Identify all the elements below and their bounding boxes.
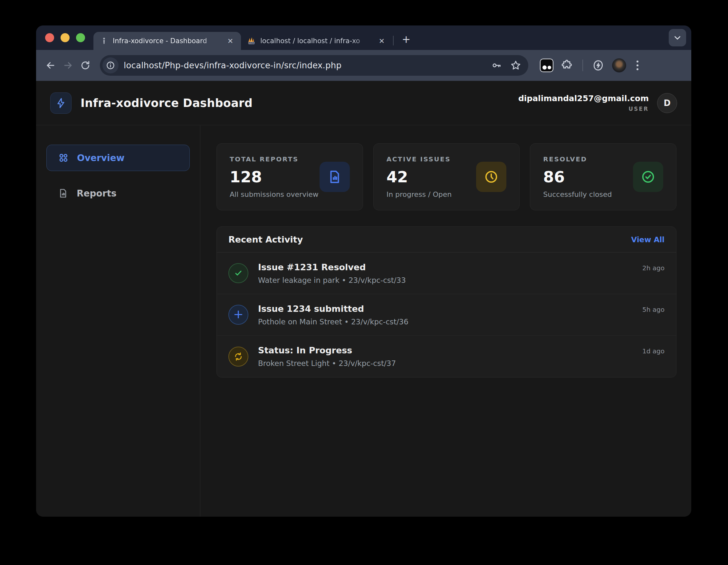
site-info-button[interactable]	[102, 57, 119, 73]
activity-title: Issue #1231 Resolved	[258, 262, 366, 272]
stat-value: 86	[543, 168, 633, 186]
info-favicon-icon	[100, 37, 108, 45]
new-tab-button[interactable]: +	[399, 33, 413, 46]
browser-menu-button[interactable]	[634, 61, 641, 70]
activity-time: 5h ago	[642, 306, 665, 313]
tab-phpmyadmin[interactable]: PMA localhost / localhost / infra-xo ✕	[241, 32, 392, 50]
performance-leaf-icon[interactable]	[592, 59, 604, 72]
tab-strip: Infra-xodivorce - Dashboard ✕ PMA localh…	[36, 25, 691, 50]
activity-row-resolved[interactable]: Issue #1231 Resolved 2h ago Water leakag…	[217, 253, 676, 294]
reload-icon	[80, 60, 91, 71]
activity-title: Status: In Progress	[258, 345, 352, 355]
extensions-puzzle-icon[interactable]	[561, 59, 573, 72]
address-bar[interactable]: localhost/Php-devs/infra-xodivorce-in/sr…	[100, 55, 528, 76]
app-header: Infra-xodivorce Dashboard dipalimandal25…	[36, 81, 691, 125]
tab-close-icon[interactable]: ✕	[377, 36, 387, 46]
user-role-badge: USER	[518, 106, 649, 112]
activity-time: 1d ago	[642, 347, 665, 355]
stat-label: TOTAL REPORTS	[230, 155, 320, 163]
pinned-extension-icon[interactable]	[540, 59, 553, 72]
clock-icon	[476, 162, 506, 192]
stat-subtext: All submissions overview	[230, 190, 320, 198]
page-content: Infra-xodivorce Dashboard dipalimandal25…	[36, 81, 691, 517]
tab-dashboard[interactable]: Infra-xodivorce - Dashboard ✕	[93, 32, 241, 50]
activity-subtext: Pothole on Main Street • 23/v/kpc-cst/36	[258, 318, 665, 326]
sidebar-item-overview[interactable]: Overview	[46, 145, 190, 171]
stat-label: ACTIVE ISSUES	[387, 155, 476, 163]
password-key-icon[interactable]	[491, 60, 502, 71]
sidebar: Overview Reports	[36, 125, 200, 517]
user-email: dipalimandal257@gmail.com	[518, 94, 649, 103]
check-icon	[228, 263, 248, 283]
info-icon	[106, 61, 115, 70]
tab-separator	[393, 36, 394, 45]
report-file-icon	[58, 188, 68, 198]
browser-toolbar: localhost/Php-devs/infra-xodivorce-in/sr…	[36, 50, 691, 81]
tab-title: Infra-xodivorce - Dashboard	[113, 37, 221, 45]
plus-icon: +	[228, 305, 248, 325]
stat-value: 42	[387, 168, 476, 186]
tab-search-button[interactable]	[669, 29, 686, 46]
chevron-down-icon	[673, 34, 682, 42]
stat-cards: TOTAL REPORTS 128 All submissions overvi…	[216, 143, 676, 210]
activity-row-submitted[interactable]: + Issue 1234 submitted 5h ago Pothole on…	[217, 294, 676, 336]
tab-title: localhost / localhost / infra-xo	[260, 37, 372, 45]
bookmark-star-icon[interactable]	[510, 60, 521, 71]
back-arrow-icon	[45, 60, 56, 71]
activity-subtext: Broken Street Light • 23/v/kpc-cst/37	[258, 359, 665, 368]
user-avatar[interactable]: D	[657, 93, 677, 113]
browser-window: Infra-xodivorce - Dashboard ✕ PMA localh…	[36, 25, 691, 517]
window-controls	[45, 33, 85, 42]
app-logo	[50, 92, 72, 114]
panel-title: Recent Activity	[228, 235, 303, 244]
view-all-link[interactable]: View All	[631, 235, 665, 244]
refresh-icon	[228, 347, 248, 367]
grid-icon	[58, 153, 69, 163]
svg-text:PMA: PMA	[249, 42, 254, 44]
check-circle-icon	[633, 162, 663, 192]
forward-button[interactable]	[61, 58, 75, 73]
url-text[interactable]: localhost/Php-devs/infra-xodivorce-in/sr…	[124, 61, 486, 70]
activity-title: Issue 1234 submitted	[258, 304, 364, 314]
file-chart-icon	[320, 162, 350, 192]
activity-subtext: Water leakage in park • 23/v/kpc-cst/33	[258, 276, 665, 284]
stat-value: 128	[230, 168, 320, 186]
stat-label: RESOLVED	[543, 155, 633, 163]
sidebar-item-reports[interactable]: Reports	[46, 180, 190, 206]
stat-card-active-issues: ACTIVE ISSUES 42 In progress / Open	[373, 143, 520, 210]
zoom-window-button[interactable]	[76, 33, 85, 42]
close-window-button[interactable]	[45, 33, 54, 42]
lightning-bolt-icon	[55, 98, 66, 109]
back-button[interactable]	[43, 58, 58, 73]
sidebar-item-label: Reports	[77, 188, 117, 199]
main-content: TOTAL REPORTS 128 All submissions overvi…	[200, 125, 691, 517]
page-title: Infra-xodivorce Dashboard	[81, 97, 253, 110]
forward-arrow-icon	[62, 60, 73, 71]
stat-subtext: In progress / Open	[387, 190, 476, 198]
phpmyadmin-favicon-icon: PMA	[247, 37, 256, 45]
activity-row-in-progress[interactable]: Status: In Progress 1d ago Broken Street…	[217, 336, 676, 377]
minimize-window-button[interactable]	[61, 33, 70, 42]
user-meta: dipalimandal257@gmail.com USER	[518, 94, 649, 112]
activity-time: 2h ago	[642, 264, 665, 272]
stat-card-total-reports: TOTAL REPORTS 128 All submissions overvi…	[216, 143, 363, 210]
recent-activity-panel: Recent Activity View All Issue #1231 Res…	[216, 226, 676, 378]
tab-close-icon[interactable]: ✕	[225, 36, 235, 46]
toolbar-divider	[582, 60, 583, 71]
toolbar-extensions-area	[540, 58, 641, 72]
reload-button[interactable]	[78, 58, 93, 73]
sidebar-item-label: Overview	[77, 153, 125, 163]
stat-card-resolved: RESOLVED 86 Successfully closed	[530, 143, 676, 210]
stat-subtext: Successfully closed	[543, 190, 633, 198]
browser-profile-avatar[interactable]	[612, 58, 626, 72]
